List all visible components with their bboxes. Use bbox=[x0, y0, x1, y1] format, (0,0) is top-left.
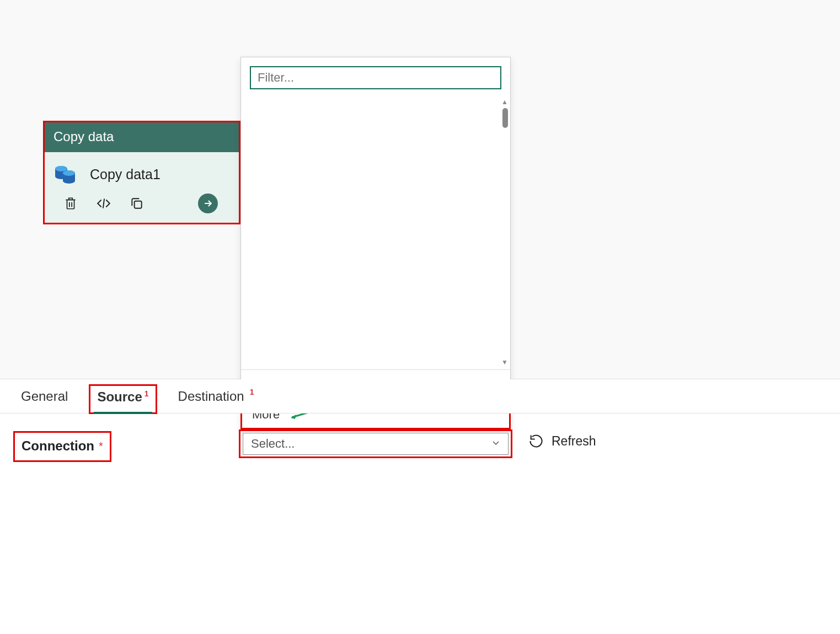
activity-title: Copy data bbox=[45, 122, 239, 152]
tab-destination-badge: 1 bbox=[250, 388, 254, 413]
dropdown-list[interactable]: ▲ ▼ bbox=[241, 98, 510, 369]
database-copy-icon bbox=[53, 162, 78, 186]
chevron-down-icon bbox=[491, 438, 500, 449]
refresh-icon bbox=[528, 433, 544, 449]
connection-select[interactable]: Select... bbox=[243, 433, 509, 455]
properties-row: Connection * Select... Refresh bbox=[0, 431, 840, 462]
connection-label-box: Connection * bbox=[13, 431, 111, 462]
delete-button[interactable] bbox=[62, 195, 79, 212]
tab-general[interactable]: General bbox=[17, 389, 72, 413]
copy-data-activity-card[interactable]: Copy data Copy data1 bbox=[43, 121, 240, 224]
tab-destination-label: Destination bbox=[178, 389, 244, 404]
refresh-button[interactable]: Refresh bbox=[528, 433, 596, 449]
scroll-down-icon: ▼ bbox=[501, 358, 508, 366]
next-arrow-button[interactable] bbox=[198, 194, 218, 213]
scrollbar-thumb[interactable] bbox=[502, 108, 508, 128]
copy-button[interactable] bbox=[129, 195, 145, 212]
scroll-up-icon: ▲ bbox=[501, 98, 508, 106]
required-star-icon: * bbox=[99, 440, 103, 453]
connection-dropdown-panel: ▲ ▼ Use dynamic content More bbox=[240, 57, 511, 429]
connection-select-box: Select... bbox=[239, 429, 512, 458]
code-button[interactable] bbox=[95, 195, 112, 212]
svg-point-3 bbox=[63, 170, 75, 176]
tab-general-label: General bbox=[21, 389, 68, 404]
tab-source-label: Source bbox=[97, 389, 142, 405]
filter-input[interactable] bbox=[250, 66, 501, 89]
refresh-label: Refresh bbox=[552, 434, 596, 449]
activity-body: Copy data1 bbox=[45, 152, 239, 223]
connection-label: Connection bbox=[22, 438, 94, 454]
connection-select-placeholder: Select... bbox=[251, 437, 295, 451]
tabs-row: General Source 1 Destination 1 bbox=[0, 379, 840, 413]
svg-point-1 bbox=[55, 166, 67, 171]
activity-name: Copy data1 bbox=[90, 166, 160, 182]
tab-source[interactable]: Source 1 bbox=[89, 384, 157, 414]
svg-rect-4 bbox=[135, 201, 142, 208]
tab-destination[interactable]: Destination bbox=[174, 389, 249, 413]
tab-source-badge: 1 bbox=[145, 389, 149, 398]
